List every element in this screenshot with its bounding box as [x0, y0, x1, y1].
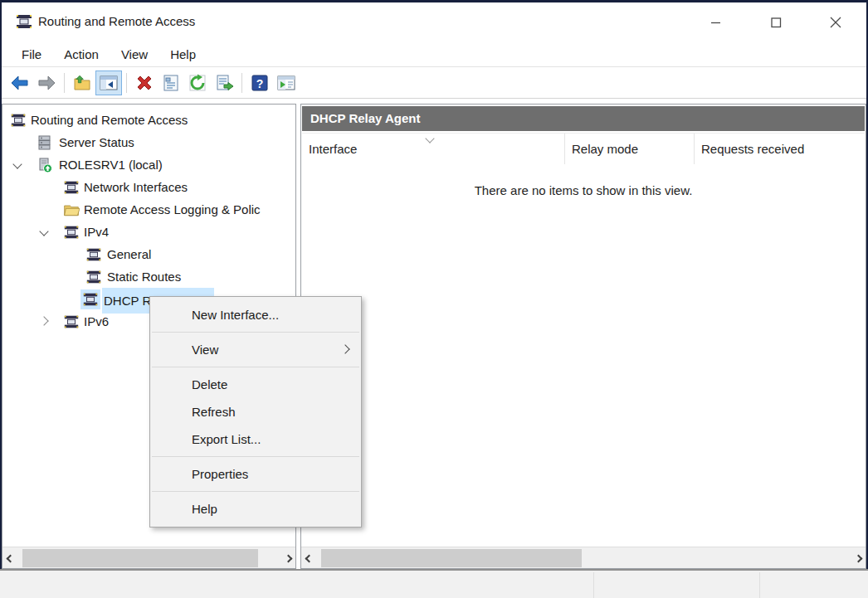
forward-button[interactable] — [33, 70, 60, 95]
menu-view[interactable]: View — [116, 45, 153, 64]
menu-item-label: View — [192, 343, 218, 357]
properties-icon — [161, 73, 181, 93]
column-relay-mode[interactable]: Relay mode — [565, 134, 695, 164]
menu-item-view[interactable]: View — [150, 336, 361, 363]
menu-action[interactable]: Action — [59, 45, 104, 64]
toolbar-separator — [64, 73, 65, 93]
up-one-level-button[interactable] — [69, 70, 95, 95]
menu-file[interactable]: File — [17, 45, 46, 64]
column-interface[interactable]: Interface — [302, 134, 565, 164]
rras-node-icon — [80, 289, 100, 309]
detail-pane-title: DHCP Relay Agent — [302, 106, 865, 131]
expander-expanded-icon[interactable] — [12, 159, 22, 168]
detail-pane: DHCP Relay Agent Interface Relay mode Re… — [300, 104, 866, 569]
back-button[interactable] — [7, 70, 33, 95]
tree-item-general[interactable]: General — [2, 243, 295, 265]
back-arrow-icon — [10, 73, 30, 93]
menu-help[interactable]: Help — [165, 45, 201, 64]
tree-horizontal-scrollbar[interactable] — [2, 547, 295, 568]
menu-item-new-interface[interactable]: New Interface... — [150, 301, 361, 328]
svg-text:?: ? — [256, 77, 264, 90]
tree-item-static-routes[interactable]: Static Routes — [2, 265, 295, 288]
minimize-icon[interactable] — [702, 11, 730, 34]
expander-expanded-icon[interactable] — [39, 226, 48, 236]
detail-horizontal-scrollbar[interactable] — [301, 547, 866, 568]
scrollbar-thumb[interactable] — [22, 549, 258, 567]
delete-x-icon — [134, 73, 154, 93]
rras-node-icon — [85, 246, 102, 263]
toolbar: ? — [2, 68, 866, 99]
server-stack-icon — [37, 134, 53, 151]
menu-separator — [152, 367, 359, 367]
context-menu: New Interface... View Delete Refresh Exp… — [149, 296, 362, 528]
tree-item-label: Remote Access Logging & Polic — [84, 198, 261, 221]
window-title: Routing and Remote Access — [38, 14, 195, 28]
tree-item-server-status[interactable]: Server Status — [2, 131, 295, 153]
column-header-row: Interface Relay mode Requests received — [302, 133, 865, 164]
help-icon: ? — [250, 73, 270, 93]
refresh-button[interactable] — [184, 70, 211, 95]
rras-console-icon — [10, 112, 27, 129]
delete-button[interactable] — [131, 70, 158, 95]
menu-separator — [152, 332, 359, 333]
folder-icon — [63, 202, 80, 218]
menu-item-help[interactable]: Help — [150, 495, 361, 523]
scroll-left-icon[interactable] — [301, 547, 316, 569]
menubar: File Action View Help — [2, 41, 866, 67]
scroll-right-icon[interactable] — [280, 547, 295, 569]
rras-app-icon — [15, 12, 33, 31]
tree-item-rolesrv1[interactable]: ROLESRV1 (local) — [2, 153, 295, 176]
submenu-arrow-icon — [340, 344, 349, 353]
action-pane-icon — [276, 73, 296, 93]
menu-item-refresh[interactable]: Refresh — [150, 398, 361, 425]
empty-list-message: There are no items to show in this view. — [301, 183, 866, 197]
tree-item-label: Routing and Remote Access — [31, 109, 188, 131]
tree-item-label: Static Routes — [107, 265, 181, 288]
titlebar: Routing and Remote Access — [2, 2, 866, 41]
menu-separator — [152, 491, 359, 492]
rras-node-icon — [63, 224, 80, 241]
scroll-left-icon[interactable] — [2, 547, 17, 569]
close-icon[interactable] — [822, 11, 850, 34]
expander-collapsed-icon[interactable] — [39, 316, 48, 325]
tree-item-label: ROLESRV1 (local) — [59, 153, 163, 176]
column-label: Requests received — [701, 142, 804, 156]
tree-item-ipv4[interactable]: IPv4 — [2, 221, 295, 243]
tree-item-label: Server Status — [59, 131, 134, 153]
toolbar-separator — [126, 73, 127, 93]
forward-arrow-icon — [37, 73, 56, 93]
rras-node-icon — [63, 314, 80, 330]
tree-item-root[interactable]: Routing and Remote Access — [2, 109, 295, 131]
toolbar-separator — [241, 73, 242, 93]
scrollbar-thumb[interactable] — [321, 549, 582, 567]
maximize-icon[interactable] — [762, 11, 790, 34]
tree-item-label: Network Interfaces — [84, 176, 188, 198]
console-tree-icon — [99, 73, 119, 93]
properties-button[interactable] — [158, 70, 184, 95]
column-requests-received[interactable]: Requests received — [695, 134, 865, 164]
scroll-right-icon[interactable] — [851, 547, 866, 569]
refresh-icon — [188, 73, 207, 93]
tree-item-remote-access-logging[interactable]: Remote Access Logging & Polic — [2, 198, 295, 221]
menu-item-delete[interactable]: Delete — [150, 371, 361, 398]
statusbar — [0, 571, 868, 598]
menu-item-properties[interactable]: Properties — [150, 460, 361, 488]
tree-item-network-interfaces[interactable]: Network Interfaces — [2, 176, 295, 198]
export-list-button[interactable] — [211, 70, 237, 95]
tree-item-label: IPv4 — [84, 221, 109, 243]
statusbar-divider — [759, 572, 760, 598]
sort-chevron-icon — [425, 134, 434, 143]
export-list-icon — [214, 73, 234, 93]
help-button[interactable]: ? — [246, 70, 273, 95]
column-label: Interface — [309, 142, 357, 156]
column-label: Relay mode — [572, 142, 638, 156]
server-running-icon — [37, 157, 53, 173]
statusbar-divider — [593, 572, 594, 598]
tree-item-label: General — [107, 243, 151, 265]
show-console-tree-button[interactable] — [95, 70, 122, 95]
tree-item-label: IPv6 — [84, 310, 109, 333]
menu-separator — [152, 456, 359, 457]
up-folder-icon — [72, 73, 92, 93]
show-action-pane-button[interactable] — [273, 70, 300, 95]
menu-item-export-list[interactable]: Export List... — [150, 425, 361, 453]
